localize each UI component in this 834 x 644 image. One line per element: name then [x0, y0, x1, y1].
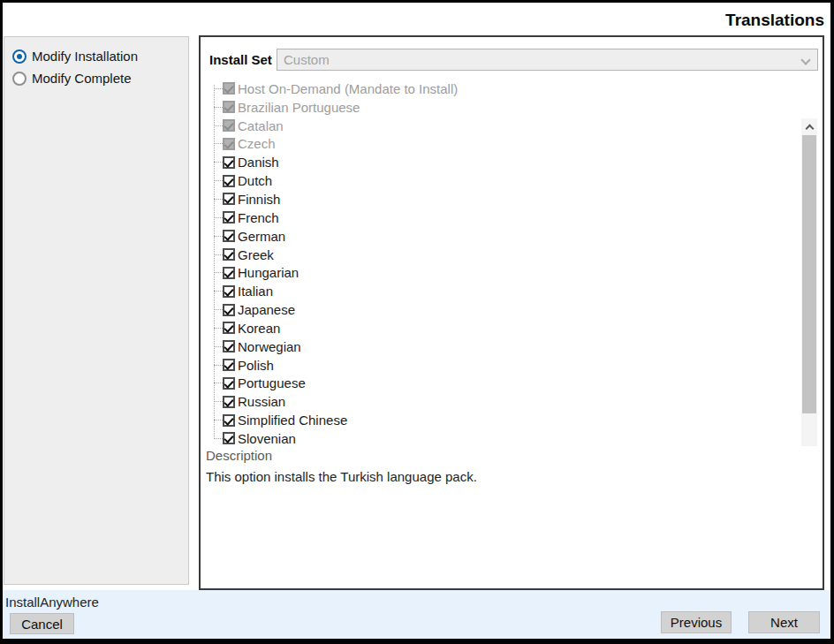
language-item-row: Czech [201, 135, 800, 154]
language-item-row[interactable]: Finnish [201, 190, 800, 208]
language-item-label: French [238, 210, 279, 225]
language-item-row[interactable]: Korean [201, 319, 800, 337]
sidebar-option-list: Modify InstallationModify Complete [4, 49, 188, 86]
language-item-label: Norwegian [238, 339, 301, 354]
radio-option-modify-complete[interactable]: Modify Complete [12, 71, 188, 86]
main-panel: Install Set Custom Host On-Demand (Manda… [199, 35, 824, 590]
install-set-label: Install Set [209, 49, 272, 71]
language-item-row[interactable]: Russian [201, 392, 800, 411]
cancel-button[interactable]: Cancel [10, 613, 74, 634]
checkbox-icon[interactable] [223, 267, 235, 279]
checkbox-icon[interactable] [223, 156, 235, 169]
checkbox-icon[interactable] [223, 211, 235, 224]
language-item-row: Brazilian Portuguese [201, 98, 800, 117]
language-item-row[interactable]: Dutch [201, 171, 800, 190]
language-item-label: Finnish [238, 192, 280, 207]
language-item-row[interactable]: French [201, 208, 800, 227]
next-button[interactable]: Next [748, 611, 820, 633]
tree-branch-line [214, 217, 223, 218]
language-rows: Host On-Demand (Mandate to Install)Brazi… [201, 80, 800, 446]
description-label: Description [206, 448, 272, 463]
tree-branch-line [214, 125, 223, 126]
previous-button[interactable]: Previous [661, 611, 732, 633]
tree-branch-line [214, 236, 223, 237]
language-item-row[interactable]: Hungarian [201, 263, 800, 282]
radio-option-label: Modify Installation [32, 49, 138, 64]
checkbox-icon[interactable] [223, 175, 235, 187]
language-item-row[interactable]: Simplified Chinese [201, 411, 800, 429]
language-item-label: Czech [238, 136, 276, 151]
language-item-row[interactable]: Slovenian [201, 429, 800, 446]
language-item-row: Host On-Demand (Mandate to Install) [201, 80, 800, 98]
tree-branch-line [214, 180, 223, 181]
tree-branch-line [214, 346, 223, 347]
checkbox-icon[interactable] [223, 193, 235, 205]
radio-option-label: Modify Complete [32, 71, 132, 86]
chevron-up-icon [805, 124, 814, 133]
tree-branch-line [214, 88, 223, 89]
description-text: This option installs the Turkish languag… [206, 469, 477, 484]
checkbox-icon[interactable] [223, 432, 235, 444]
tree-branch-line [214, 309, 223, 310]
radio-selected-icon[interactable] [12, 49, 27, 64]
checkbox-icon [223, 101, 235, 113]
checkbox-icon[interactable] [223, 230, 235, 242]
checkbox-icon[interactable] [223, 322, 235, 334]
page-title: Translations [725, 11, 824, 30]
language-item-row[interactable]: Portuguese [201, 375, 800, 393]
installer-window: Translations Modify InstallationModify C… [0, 0, 834, 644]
footer-bar: InstallAnywhere Cancel Previous Next [3, 590, 830, 639]
language-item-row[interactable]: Polish [201, 356, 800, 375]
checkbox-icon[interactable] [223, 359, 235, 371]
language-item-row[interactable]: Greek [201, 246, 800, 264]
radio-option-modify-installation[interactable]: Modify Installation [12, 49, 188, 64]
language-item-label: Japanese [238, 302, 295, 317]
language-item-label: Danish [238, 155, 279, 170]
tree-branch-line [214, 199, 223, 200]
checkbox-icon [223, 119, 235, 132]
language-item-label: Simplified Chinese [238, 413, 347, 428]
checkbox-icon[interactable] [223, 304, 235, 316]
language-item-label: Hungarian [238, 265, 299, 280]
tree-branch-line [214, 272, 223, 273]
language-item-row[interactable]: Japanese [201, 300, 800, 319]
language-item-label: Portuguese [238, 375, 306, 390]
checkbox-icon[interactable] [223, 377, 235, 390]
language-item-label: Dutch [238, 173, 272, 188]
language-item-label: Italian [238, 284, 273, 299]
language-item-label: Catalan [238, 118, 284, 133]
tree-branch-line [214, 162, 223, 163]
checkbox-icon[interactable] [223, 340, 235, 352]
checkbox-icon[interactable] [223, 414, 235, 427]
tree-branch-line [214, 328, 223, 329]
checkbox-icon[interactable] [223, 248, 235, 261]
language-item-label: Brazilian Portuguese [238, 100, 360, 115]
tree-branch-line [214, 438, 223, 439]
step-sidebar: Modify InstallationModify Complete [4, 36, 189, 585]
checkbox-icon[interactable] [223, 285, 235, 298]
language-item-label: Russian [238, 394, 285, 409]
language-item-row[interactable]: Danish [201, 153, 800, 171]
tree-branch-line [214, 365, 223, 366]
radio-unselected-icon[interactable] [12, 72, 27, 86]
scroll-up-button[interactable] [801, 118, 817, 134]
language-item-label: Slovenian [238, 431, 296, 446]
tree-branch-line [214, 420, 223, 420]
language-item-label: German [238, 229, 285, 244]
language-item-label: Korean [238, 321, 280, 336]
checkbox-icon[interactable] [223, 396, 235, 408]
language-item-row[interactable]: German [201, 227, 800, 246]
tree-branch-line [214, 401, 223, 402]
language-item-row: Catalan [201, 117, 800, 135]
language-item-label: Polish [238, 358, 274, 373]
scrollbar-thumb[interactable] [802, 135, 816, 413]
language-list: Host On-Demand (Mandate to Install)Brazi… [201, 78, 823, 446]
language-item-row[interactable]: Italian [201, 282, 800, 300]
install-set-value: Custom [284, 52, 330, 67]
tree-branch-line [214, 254, 223, 255]
tree-branch-line [214, 107, 223, 108]
chevron-down-icon [800, 55, 810, 64]
vertical-scrollbar[interactable] [801, 118, 817, 446]
language-item-row[interactable]: Norwegian [201, 337, 800, 356]
language-item-label: Host On-Demand (Mandate to Install) [238, 81, 458, 96]
